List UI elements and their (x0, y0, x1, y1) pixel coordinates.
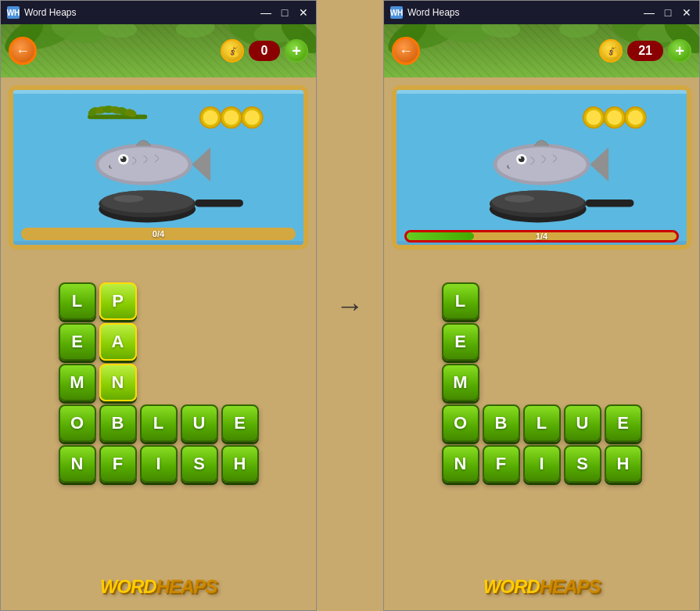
svg-rect-9 (88, 114, 147, 119)
tile-r-S-1[interactable]: S (564, 445, 601, 483)
maximize-btn-left[interactable]: □ (278, 6, 291, 19)
tile-row-1: E A (57, 322, 138, 362)
svg-point-47 (628, 110, 643, 125)
window-controls-left: — □ ✕ (260, 6, 310, 19)
title-text-right: Word Heaps (407, 7, 643, 18)
fish-scene-right (397, 90, 687, 245)
svg-point-53 (519, 156, 521, 159)
close-btn-left[interactable]: ✕ (297, 6, 310, 19)
svg-rect-57 (586, 199, 634, 207)
tile-row-r1: E (440, 322, 481, 362)
svg-point-40 (558, 24, 599, 39)
tile-E-2[interactable]: E (221, 404, 259, 442)
arrow-icon: → (336, 289, 364, 322)
coin-area-left: 💰 0 + (221, 39, 308, 63)
title-bar-left: WH Word Heaps — □ ✕ (1, 1, 316, 24)
window-controls-right: — □ ✕ (643, 6, 693, 19)
tile-A-1[interactable]: A (99, 323, 137, 361)
tile-L-2[interactable]: L (140, 404, 178, 442)
back-arrow-icon-right: ← (399, 43, 413, 59)
game-footer-left: WORDHEAPS (1, 563, 316, 610)
tile-r-L-1[interactable]: L (442, 282, 479, 320)
coin-count-left: 0 (249, 41, 280, 61)
tile-S-1[interactable]: S (181, 445, 218, 483)
svg-rect-31 (195, 199, 243, 207)
progress-bar-right: 1/4 (404, 230, 679, 243)
coin-icon-right: 💰 (599, 39, 623, 63)
close-btn-right[interactable]: ✕ (680, 6, 693, 19)
svg-point-43 (587, 110, 601, 125)
progress-fill-right (407, 232, 474, 240)
tile-P-1[interactable]: P (99, 282, 137, 320)
tiles-grid-right: L E M O B L U E (417, 265, 667, 500)
tile-r-E-2[interactable]: E (605, 404, 642, 442)
svg-point-32 (113, 195, 143, 203)
svg-point-21 (245, 110, 260, 125)
progress-text-left: 0/4 (153, 229, 164, 239)
title-bar-right: WH Word Heaps — □ ✕ (384, 1, 699, 24)
right-window: WH Word Heaps — □ ✕ ← (383, 0, 700, 611)
coin-count-right: 21 (627, 41, 663, 61)
tile-O-1[interactable]: O (59, 404, 96, 442)
tile-row-2: M N (57, 362, 138, 403)
svg-point-34 (433, 24, 491, 47)
tile-N-2[interactable]: N (59, 445, 96, 483)
minimize-btn-right[interactable]: — (643, 6, 655, 19)
tiles-grid-left: L P E A M N O B L U (34, 265, 284, 500)
svg-point-30 (101, 190, 193, 213)
tile-B-1[interactable]: B (99, 404, 137, 442)
tile-r-M-1[interactable]: M (442, 364, 479, 401)
svg-point-58 (504, 195, 534, 203)
back-button-right[interactable]: ← (392, 37, 420, 65)
tile-r-I-1[interactable]: I (523, 445, 561, 483)
tile-F-1[interactable]: F (99, 445, 137, 483)
tile-r-O-1[interactable]: O (442, 404, 479, 442)
tile-row-r3: O B L U E (440, 403, 644, 444)
scene-right: 1/4 (397, 90, 687, 245)
add-coins-btn-left[interactable]: + (285, 39, 308, 63)
coin-icon-left: 💰 (221, 39, 244, 63)
back-arrow-icon: ← (16, 43, 30, 59)
tile-M-1[interactable]: M (59, 364, 96, 401)
left-window: WH Word Heaps — □ ✕ ← (0, 0, 317, 611)
title-text-left: Word Heaps (24, 7, 260, 18)
add-coins-btn-right[interactable]: + (668, 39, 691, 63)
coin-area-right: 💰 21 + (599, 39, 691, 63)
tile-U-1[interactable]: U (181, 404, 218, 442)
tile-r-U-1[interactable]: U (564, 404, 601, 442)
game-area-left: ← 💰 0 + (1, 24, 316, 610)
tile-r-H-1[interactable]: H (605, 445, 642, 483)
tile-row-3: O B L U E (57, 403, 260, 444)
tile-r-E-1[interactable]: E (442, 323, 479, 361)
svg-point-1 (50, 24, 108, 47)
tile-I-1[interactable]: I (140, 445, 178, 483)
maximize-btn-right[interactable]: □ (662, 6, 674, 19)
app-icon-right: WH (390, 6, 403, 19)
tile-row-4: N F I S H (57, 444, 260, 484)
svg-point-17 (203, 110, 218, 125)
logo-right: WORDHEAPS (483, 576, 601, 598)
tile-r-N-2[interactable]: N (442, 445, 479, 483)
tile-r-L-2[interactable]: L (523, 404, 561, 442)
image-frame-right: 1/4 (392, 85, 691, 250)
app-icon-left: WH (7, 6, 20, 19)
tile-r-F-1[interactable]: F (483, 445, 520, 483)
tile-E-1[interactable]: E (59, 323, 96, 361)
logo-left: WORDHEAPS (100, 576, 217, 598)
tile-row-0: L P (57, 281, 138, 322)
svg-point-49 (497, 147, 586, 182)
tile-L-1[interactable]: L (59, 282, 96, 320)
svg-point-6 (97, 24, 138, 39)
game-header-left: ← 💰 0 + (1, 24, 316, 77)
scene-left: 0/4 (13, 90, 303, 245)
svg-point-27 (120, 156, 123, 159)
tile-H-1[interactable]: H (221, 445, 259, 483)
back-button-left[interactable]: ← (9, 37, 37, 65)
svg-point-56 (492, 190, 584, 213)
tile-r-B-1[interactable]: B (483, 404, 520, 442)
game-footer-right: WORDHEAPS (384, 563, 699, 610)
minimize-btn-left[interactable]: — (260, 6, 272, 19)
progress-bar-left: 0/4 (21, 228, 296, 240)
tile-N-1[interactable]: N (99, 364, 137, 401)
tile-row-r2: M (440, 362, 481, 403)
